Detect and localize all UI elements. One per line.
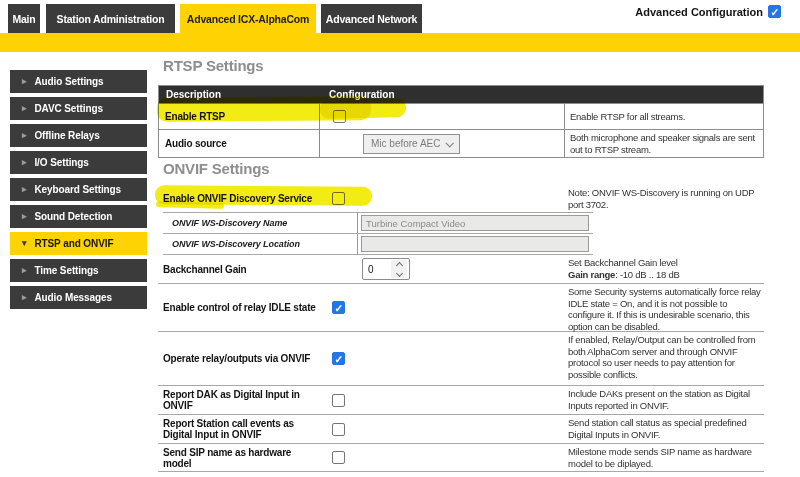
setting-help-text: Gain range: -10 dB .. 18 dB [568, 269, 762, 281]
setting-help-text: Milestone mode sends SIP name as hardwar… [564, 444, 764, 471]
sip-name-hardware-model-checkbox[interactable] [332, 451, 345, 464]
sidebar-item-rtsp-and-onvif[interactable]: ▾ RTSP and ONVIF [10, 232, 147, 255]
setting-label: Send SIP name as hardware model [158, 444, 319, 471]
advanced-configuration-checkbox[interactable] [768, 5, 781, 18]
setting-label: ONVIF WS-Discovery Name [163, 213, 358, 233]
tab-advanced-icx-alphacom[interactable]: Advanced ICX-AlphaCom [180, 4, 316, 33]
setting-label: Report DAK as Digital Input in ONVIF [158, 386, 319, 414]
enable-rtsp-checkbox[interactable] [333, 110, 346, 123]
setting-label: Enable control of relay IDLE state [158, 284, 319, 331]
setting-row-audio-source: Audio source Mic before AEC Both microph… [159, 129, 763, 157]
sidebar-item-io-settings[interactable]: ▸ I/O Settings [10, 151, 147, 174]
chevron-right-icon: ▸ [22, 293, 26, 302]
sidebar-item-label: Audio Settings [34, 76, 103, 87]
audio-source-select[interactable]: Mic before AEC [363, 134, 460, 154]
sidebar-item-label: Time Settings [34, 265, 98, 276]
sidebar-item-keyboard-settings[interactable]: ▸ Keyboard Settings [10, 178, 147, 201]
report-station-call-events-checkbox[interactable] [332, 423, 345, 436]
setting-help-text: Send station call status as special pred… [564, 415, 764, 443]
stepper-buttons[interactable] [391, 260, 407, 278]
setting-help-text: Some Security systems automatically forc… [564, 284, 764, 331]
onvif-settings-heading: ONVIF Settings [163, 160, 269, 177]
setting-help-text: Set Backchannel Gain level [568, 257, 762, 269]
advanced-configuration-label: Advanced Configuration [635, 6, 763, 18]
rtsp-table-header: Description Configuration [159, 86, 763, 103]
chevron-up-icon [395, 261, 402, 268]
sidebar-item-label: Keyboard Settings [34, 184, 121, 195]
setting-help-text: Both microphone and speaker signals are … [565, 130, 763, 157]
setting-row-enable-rtsp: Enable RTSP Enable RTSP for all streams. [159, 103, 763, 129]
ws-discovery-subtable: ONVIF WS-Discovery Name ONVIF WS-Discove… [163, 212, 593, 255]
setting-label: Report Station call events as Digital In… [158, 415, 319, 443]
tab-advanced-network[interactable]: Advanced Network [321, 4, 422, 33]
backchannel-gain-value: 0 [363, 264, 391, 275]
column-header-description: Description [159, 89, 320, 100]
report-dak-checkbox[interactable] [332, 394, 345, 407]
enable-onvif-discovery-checkbox[interactable] [332, 192, 345, 205]
setting-label: ONVIF WS-Discovery Location [163, 234, 358, 254]
sidebar-item-label: Sound Detection [34, 211, 112, 222]
chevron-right-icon: ▸ [22, 266, 26, 275]
chevron-right-icon: ▸ [22, 77, 26, 86]
operate-relay-onvif-checkbox[interactable] [332, 352, 345, 365]
sidebar-item-label: DAVC Settings [34, 103, 103, 114]
setting-label: Audio source [159, 130, 320, 157]
column-header-configuration: Configuration [320, 89, 565, 100]
setting-row-operate-relay-onvif: Operate relay/outputs via ONVIF If enabl… [158, 332, 764, 386]
setting-row-ws-discovery-location: ONVIF WS-Discovery Location [163, 234, 593, 255]
ws-discovery-location-input[interactable] [361, 236, 589, 252]
sidebar-item-offline-relays[interactable]: ▸ Offline Relays [10, 124, 147, 147]
chevron-right-icon: ▸ [22, 212, 26, 221]
chevron-down-icon [395, 269, 402, 276]
ws-discovery-name-input[interactable] [361, 215, 589, 231]
sidebar-item-label: I/O Settings [34, 157, 88, 168]
sidebar-item-time-settings[interactable]: ▸ Time Settings [10, 259, 147, 282]
setting-row-ws-discovery-name: ONVIF WS-Discovery Name [163, 213, 593, 234]
chevron-down-icon [445, 139, 453, 147]
setting-help-text: If enabled, Relay/Output can be controll… [564, 332, 764, 385]
onvif-settings-table: Enable ONVIF Discovery Service Note: ONV… [158, 185, 764, 472]
sidebar-item-label: Audio Messages [34, 292, 112, 303]
station-config-page: Main Station Administration Advanced ICX… [0, 0, 800, 477]
setting-row-enable-onvif-discovery: Enable ONVIF Discovery Service Note: ONV… [158, 185, 764, 212]
sidebar-item-audio-settings[interactable]: ▸ Audio Settings [10, 70, 147, 93]
chevron-right-icon: ▸ [22, 158, 26, 167]
chevron-right-icon: ▸ [22, 185, 26, 194]
chevron-right-icon: ▸ [22, 131, 26, 140]
sidebar-item-label: Offline Relays [34, 130, 99, 141]
rtsp-settings-table: Description Configuration Enable RTSP En… [158, 85, 764, 158]
setting-row-report-dak: Report DAK as Digital Input in ONVIF Inc… [158, 386, 764, 415]
setting-row-backchannel-gain: Backchannel Gain 0 Set Backchannel Gain … [158, 255, 764, 284]
rtsp-settings-heading: RTSP Settings [163, 57, 263, 74]
setting-row-sip-name-hardware-model: Send SIP name as hardware model Mileston… [158, 444, 764, 472]
setting-label: Operate relay/outputs via ONVIF [158, 332, 319, 385]
sidebar-item-davc-settings[interactable]: ▸ DAVC Settings [10, 97, 147, 120]
chevron-down-icon: ▾ [22, 239, 26, 248]
setting-help-text: Include DAKs present on the station as D… [564, 386, 764, 414]
sidebar-item-label: RTSP and ONVIF [34, 238, 113, 249]
chevron-right-icon: ▸ [22, 104, 26, 113]
setting-row-relay-idle-state: Enable control of relay IDLE state Some … [158, 284, 764, 332]
relay-idle-state-checkbox[interactable] [332, 301, 345, 314]
advanced-configuration-toggle: Advanced Configuration [635, 5, 781, 18]
setting-help-text: Enable RTSP for all streams. [570, 111, 760, 123]
sidebar-item-sound-detection[interactable]: ▸ Sound Detection [10, 205, 147, 228]
tab-main[interactable]: Main [8, 4, 40, 33]
setting-label: Backchannel Gain [158, 255, 319, 283]
tab-station-administration[interactable]: Station Administration [46, 4, 175, 33]
setting-help-text: Note: ONVIF WS-Discovery is running on U… [564, 185, 764, 212]
backchannel-gain-stepper[interactable]: 0 [362, 258, 410, 280]
setting-label: Enable ONVIF Discovery Service [158, 185, 319, 212]
sidebar: ▸ Audio Settings ▸ DAVC Settings ▸ Offli… [10, 70, 147, 313]
active-tab-underline-bar [0, 33, 800, 52]
audio-source-selected-value: Mic before AEC [371, 138, 440, 149]
setting-label: Enable RTSP [159, 104, 320, 129]
setting-row-report-station-call-events: Report Station call events as Digital In… [158, 415, 764, 444]
sidebar-item-audio-messages[interactable]: ▸ Audio Messages [10, 286, 147, 309]
